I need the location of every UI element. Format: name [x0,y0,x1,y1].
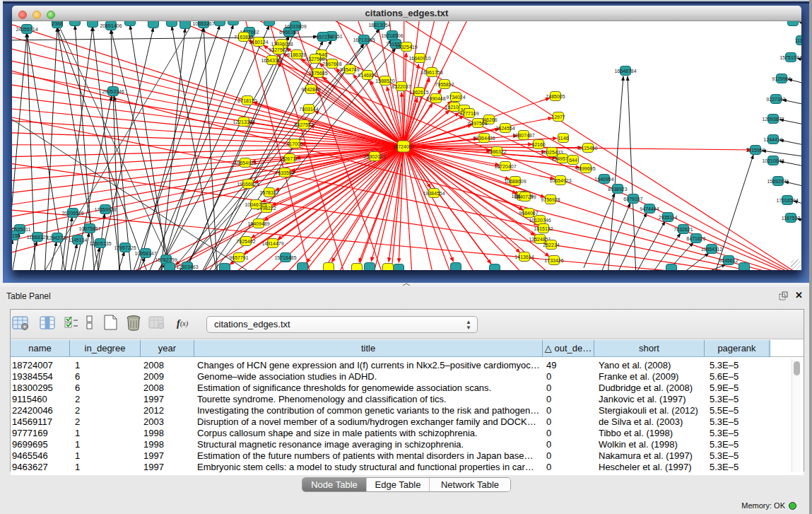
svg-text:15720407: 15720407 [494,164,516,169]
svg-text:12923463: 12923463 [176,264,198,269]
svg-text:7533594: 7533594 [275,170,294,175]
svg-text:8471626: 8471626 [686,236,705,241]
svg-text:9684067: 9684067 [519,211,538,216]
svg-text:15751074: 15751074 [779,55,801,60]
svg-text:16409489: 16409489 [247,221,269,226]
svg-text:3578332: 3578332 [259,190,278,195]
svg-text:7625402: 7625402 [236,239,255,244]
svg-text:9327503: 9327503 [269,47,288,52]
svg-text:24055714: 24055714 [16,27,37,32]
svg-text:1362615: 1362615 [409,90,428,95]
svg-text:14914479: 14914479 [261,241,283,246]
svg-text:15716485: 15716485 [274,255,296,260]
svg-text:7803144: 7803144 [299,107,318,112]
svg-text:13267110: 13267110 [279,156,301,161]
svg-text:2935114: 2935114 [659,215,678,220]
svg-text:17016504: 17016504 [776,198,798,203]
svg-text:1145134: 1145134 [69,238,88,243]
svg-text:19654925: 19654925 [234,160,256,165]
svg-text:18724007: 18724007 [392,144,414,149]
svg-text:9115460: 9115460 [579,146,598,151]
svg-text:8938923: 8938923 [608,187,627,192]
svg-text:1167533: 1167533 [782,216,801,221]
svg-text:17359928: 17359928 [94,207,116,212]
svg-text:17957225: 17957225 [114,245,136,250]
svg-text:12213383: 12213383 [233,119,254,124]
svg-text:16543362: 16543362 [261,58,283,63]
svg-text:9777169: 9777169 [459,111,478,116]
svg-text:6990448: 6990448 [426,96,445,101]
svg-text:9474444: 9474444 [640,206,659,211]
svg-text:10807487: 10807487 [512,133,534,138]
svg-text:8186328: 8186328 [287,52,306,57]
svg-text:9160124: 9160124 [249,40,268,45]
svg-text:19218506: 19218506 [381,33,403,38]
svg-text:7357274: 7357274 [313,35,332,40]
svg-text:29053346: 29053346 [102,89,124,94]
svg-text:1588520: 1588520 [375,78,394,83]
svg-text:6899695: 6899695 [576,166,595,171]
svg-text:7485005: 7485005 [546,94,565,99]
svg-text:18407299: 18407299 [514,194,536,199]
svg-text:12977: 12977 [551,115,565,119]
svg-text:11568129: 11568129 [27,235,49,240]
svg-text:10958147: 10958147 [134,251,156,256]
svg-text:16961758: 16961758 [420,70,442,75]
svg-text:16648784: 16648784 [614,69,636,74]
svg-text:1413614: 1413614 [514,255,534,259]
svg-text:20691406: 20691406 [100,23,122,28]
svg-text:21364436: 21364436 [473,136,495,141]
svg-text:25302023: 25302023 [363,154,385,159]
svg-text:16782759: 16782759 [155,257,177,262]
svg-text:644: 644 [569,158,577,163]
svg-text:12505135: 12505135 [89,241,111,246]
svg-text:3215958: 3215958 [746,148,765,153]
svg-text:1244419: 1244419 [763,137,782,142]
svg-text:6497568: 6497568 [468,121,487,126]
svg-text:8454749: 8454749 [340,67,359,72]
svg-text:3875685: 3875685 [308,71,327,76]
svg-text:12093872: 12093872 [762,117,784,122]
svg-text:(x): (x) [180,320,189,328]
svg-text:9657791: 9657791 [229,255,248,260]
svg-text:10120746: 10120746 [529,218,551,223]
svg-text:10210643: 10210643 [762,158,784,163]
svg-text:20206526: 20206526 [61,211,83,216]
svg-text:9227342: 9227342 [766,97,785,102]
svg-text:11121: 11121 [795,38,801,43]
svg-text:18813054: 18813054 [368,23,390,28]
svg-text:9756928: 9756928 [541,197,560,202]
svg-text:9146821: 9146821 [358,73,377,78]
svg-text:19384554: 19384554 [423,191,445,196]
svg-text:9245612: 9245612 [719,258,738,263]
svg-text:1146: 1146 [558,136,568,141]
svg-text:3624554: 3624554 [495,126,514,131]
svg-text:10653267: 10653267 [192,21,214,26]
svg-text:9734024: 9734024 [446,95,465,100]
svg-text:7955812: 7955812 [435,82,454,87]
svg-text:1615132: 1615132 [534,226,553,231]
svg-text:10688609: 10688609 [504,179,526,184]
svg-text:10046725: 10046725 [245,202,266,207]
svg-text:7986322: 7986322 [487,149,506,154]
svg-text:1640954: 1640954 [594,177,613,182]
svg-text:15325419: 15325419 [395,45,417,49]
svg-text:39155: 39155 [12,233,20,238]
svg-text:16640910: 16640910 [408,56,430,61]
svg-text:2867608: 2867608 [322,62,341,66]
svg-text:8427552: 8427552 [294,122,313,127]
svg-text:16713155: 16713155 [353,37,375,42]
svg-text:9129966: 9129966 [772,76,791,81]
svg-text:7632621: 7632621 [673,227,693,232]
svg-text:2718170: 2718170 [237,98,257,103]
svg-text:9327508: 9327508 [305,57,324,62]
svg-text:7163822: 7163822 [234,35,253,40]
svg-text:10975857: 10975857 [78,226,100,231]
svg-text:9242848: 9242848 [301,87,320,92]
svg-text:417006: 417006 [286,141,302,146]
svg-text:10654923: 10654923 [549,178,571,183]
svg-text:15692971: 15692971 [767,179,789,184]
svg-text:1733426: 1733426 [544,258,563,263]
svg-text:19166829: 19166829 [237,182,259,187]
svg-text:2368: 2368 [52,21,63,26]
